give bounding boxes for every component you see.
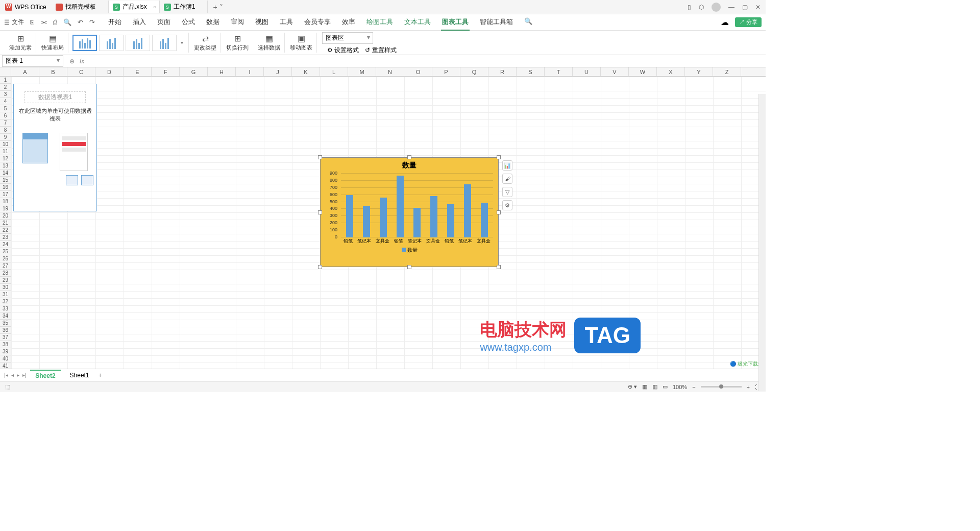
chart-settings-button[interactable]: ⚙ bbox=[502, 200, 512, 210]
row-header[interactable]: 15 bbox=[0, 177, 11, 184]
row-header[interactable]: 6 bbox=[0, 112, 11, 119]
row-header[interactable]: 5 bbox=[0, 105, 11, 112]
row-header[interactable]: 7 bbox=[0, 119, 11, 127]
move-chart-button[interactable]: ▣ 移动图表 bbox=[286, 33, 317, 53]
row-header[interactable]: 34 bbox=[0, 312, 11, 320]
row-header[interactable]: 22 bbox=[0, 227, 11, 234]
save-icon[interactable]: ⎘ bbox=[30, 18, 34, 26]
quick-layout-button[interactable]: ▤ 快速布局 bbox=[37, 33, 68, 53]
tab-chart-tools[interactable]: 图表工具 bbox=[441, 14, 470, 31]
doc-tab-workbook[interactable]: S 工作簿1 bbox=[160, 1, 208, 13]
close-icon[interactable]: ○ bbox=[153, 4, 156, 10]
zoom-in-icon[interactable]: + bbox=[747, 384, 750, 390]
col-header[interactable]: X bbox=[657, 67, 685, 76]
col-header[interactable]: G bbox=[180, 67, 208, 76]
tab-data[interactable]: 数据 bbox=[205, 14, 220, 31]
tab-page[interactable]: 页面 bbox=[156, 14, 172, 31]
col-header[interactable]: L bbox=[320, 67, 348, 76]
row-header[interactable]: 11 bbox=[0, 148, 11, 155]
view-break-icon[interactable]: ▭ bbox=[663, 383, 668, 390]
row-header[interactable]: 23 bbox=[0, 234, 11, 241]
tab-insert[interactable]: 插入 bbox=[132, 14, 147, 31]
resize-handle[interactable] bbox=[407, 265, 411, 269]
row-header[interactable]: 24 bbox=[0, 241, 11, 248]
row-header[interactable]: 37 bbox=[0, 334, 11, 341]
row-header[interactable]: 40 bbox=[0, 355, 11, 363]
add-element-button[interactable]: ⊞ 添加元素 bbox=[5, 33, 36, 53]
link-icon[interactable]: ⫘ bbox=[40, 18, 47, 26]
col-header[interactable]: Y bbox=[685, 67, 713, 76]
cell-area[interactable]: 数据透视表1 在此区域内单击可使用数据透视表 bbox=[11, 77, 766, 369]
row-header[interactable]: 12 bbox=[0, 155, 11, 162]
reader-icon[interactable]: ▯ bbox=[688, 4, 691, 11]
maximize-icon[interactable]: ▢ bbox=[742, 4, 748, 11]
col-header[interactable]: B bbox=[39, 67, 67, 76]
col-header[interactable]: E bbox=[124, 67, 152, 76]
bar[interactable] bbox=[430, 196, 437, 237]
style-more-icon[interactable]: ▾ bbox=[179, 40, 185, 45]
view-normal-icon[interactable]: ▦ bbox=[642, 383, 647, 390]
row-header[interactable]: 35 bbox=[0, 320, 11, 327]
minimize-icon[interactable]: — bbox=[728, 4, 734, 11]
redo-icon[interactable]: ↷ bbox=[89, 18, 95, 26]
col-header[interactable]: A bbox=[11, 67, 39, 76]
col-header[interactable]: F bbox=[152, 67, 180, 76]
chart-legend[interactable]: 数量 bbox=[321, 245, 498, 256]
reset-style-button[interactable]: ↺ 重置样式 bbox=[365, 46, 396, 55]
row-header[interactable]: 14 bbox=[0, 170, 11, 177]
col-header[interactable]: M bbox=[348, 67, 376, 76]
add-sheet-button[interactable]: + bbox=[99, 372, 102, 379]
resize-handle[interactable] bbox=[318, 155, 322, 159]
bar[interactable] bbox=[464, 184, 471, 237]
avatar[interactable] bbox=[712, 3, 721, 12]
row-header[interactable]: 26 bbox=[0, 255, 11, 262]
cloud-icon[interactable]: ☁ bbox=[721, 17, 729, 27]
search-icon[interactable]: 🔍 bbox=[523, 14, 533, 31]
row-header[interactable]: 28 bbox=[0, 270, 11, 277]
row-header[interactable]: 38 bbox=[0, 341, 11, 348]
switch-rc-button[interactable]: ⊞ 切换行列 bbox=[222, 33, 253, 53]
vertical-scrollbar[interactable] bbox=[758, 94, 766, 391]
bar[interactable] bbox=[447, 204, 454, 237]
chart-filter-button[interactable]: ▽ bbox=[502, 187, 512, 197]
file-menu[interactable]: ☰ 文件 bbox=[4, 18, 24, 27]
resize-handle[interactable] bbox=[318, 265, 322, 269]
row-header[interactable]: 2 bbox=[0, 84, 11, 91]
view-page-icon[interactable]: ▥ bbox=[652, 383, 657, 390]
resize-handle[interactable] bbox=[407, 155, 411, 159]
col-header[interactable]: R bbox=[488, 67, 517, 76]
row-header[interactable]: 33 bbox=[0, 305, 11, 312]
col-header[interactable]: T bbox=[545, 67, 573, 76]
chart-title[interactable]: 数量 bbox=[321, 158, 498, 173]
col-header[interactable]: H bbox=[208, 67, 236, 76]
tab-member[interactable]: 会员专享 bbox=[303, 14, 332, 31]
bar[interactable] bbox=[346, 195, 353, 237]
row-header[interactable]: 9 bbox=[0, 134, 11, 141]
row-header[interactable]: 8 bbox=[0, 127, 11, 134]
col-header[interactable]: K bbox=[292, 67, 320, 76]
select-data-button[interactable]: ▦ 选择数据 bbox=[254, 33, 285, 53]
zoom-out-icon[interactable]: − bbox=[692, 384, 695, 390]
row-header[interactable]: 4 bbox=[0, 98, 11, 105]
next-sheet-icon[interactable]: ▸ bbox=[17, 372, 19, 378]
row-header[interactable]: 30 bbox=[0, 284, 11, 291]
tab-smart-tools[interactable]: 智能工具箱 bbox=[479, 14, 514, 31]
row-header[interactable]: 36 bbox=[0, 327, 11, 334]
tab-tools[interactable]: 工具 bbox=[279, 14, 294, 31]
col-header[interactable]: C bbox=[67, 67, 95, 76]
tab-review[interactable]: 审阅 bbox=[230, 14, 245, 31]
share-button[interactable]: ↗ 分享 bbox=[735, 17, 762, 27]
status-mode-icon[interactable]: ⬚ bbox=[5, 383, 10, 390]
row-header[interactable]: 13 bbox=[0, 162, 11, 170]
row-header[interactable]: 3 bbox=[0, 91, 11, 98]
first-sheet-icon[interactable]: |◂ bbox=[4, 372, 8, 378]
zoom-slider[interactable] bbox=[701, 386, 742, 388]
col-header[interactable]: J bbox=[264, 67, 292, 76]
row-header[interactable]: 25 bbox=[0, 248, 11, 255]
cube-icon[interactable]: ⬡ bbox=[699, 4, 704, 11]
chart-plot-area[interactable]: 0100200300400500600700800900 铅笔笔记本文具盒铅笔笔… bbox=[321, 173, 498, 245]
chart-style-1[interactable] bbox=[72, 35, 97, 51]
new-tab-button[interactable]: + ˅ bbox=[208, 3, 228, 11]
resize-handle[interactable] bbox=[497, 265, 501, 269]
undo-icon[interactable]: ↶ bbox=[78, 18, 83, 26]
